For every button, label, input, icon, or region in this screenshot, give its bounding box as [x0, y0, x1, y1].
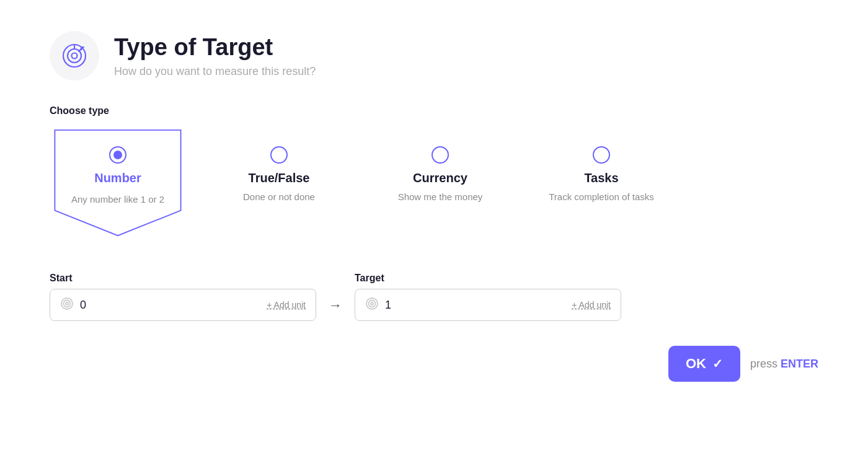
radio-truefalse — [270, 146, 288, 164]
type-desc-currency: Show me the money — [398, 190, 483, 203]
target-input-wrapper: + Add unit — [355, 289, 621, 321]
type-name-truefalse: True/False — [249, 171, 310, 185]
start-input-icon — [60, 297, 74, 313]
target-label: Target — [355, 273, 621, 284]
target-icon-circle — [50, 31, 99, 81]
start-add-unit[interactable]: + Add unit — [267, 300, 306, 310]
arrow-separator: → — [329, 297, 342, 314]
header-text: Type of Target How do you want to measur… — [114, 33, 316, 79]
type-option-tasks[interactable]: Tasks Track completion of tasks — [533, 129, 670, 203]
pentagon-card-content-number: Number Any number like 1 or 2 — [50, 129, 186, 237]
type-options: Number Any number like 1 or 2 True/False… — [50, 129, 818, 242]
ok-button[interactable]: OK ✓ — [668, 346, 740, 382]
svg-point-12 — [369, 301, 376, 307]
target-icon — [61, 42, 88, 69]
page-title: Type of Target — [114, 33, 316, 62]
target-input-icon — [365, 297, 379, 313]
header: Type of Target How do you want to measur… — [50, 31, 818, 81]
section-label: Choose type — [50, 105, 818, 116]
target-add-unit[interactable]: + Add unit — [572, 300, 611, 310]
type-desc-number: Any number like 1 or 2 — [71, 193, 164, 206]
start-input[interactable] — [80, 299, 260, 312]
radio-number — [109, 146, 126, 164]
press-enter-prefix: press — [750, 358, 781, 370]
target-input[interactable] — [385, 299, 565, 312]
ok-label: OK — [686, 356, 706, 372]
radio-currency — [432, 146, 449, 164]
press-enter-key: ENTER — [781, 358, 818, 370]
svg-point-13 — [371, 302, 373, 305]
target-field-group: Target + Add unit — [355, 273, 621, 321]
type-option-truefalse[interactable]: True/False Done or not done — [211, 129, 347, 203]
press-enter-text: press ENTER — [750, 358, 818, 371]
svg-point-2 — [72, 53, 78, 59]
type-name-currency: Currency — [413, 171, 467, 185]
radio-tasks — [593, 146, 610, 164]
start-field-group: Start + Add unit — [50, 273, 316, 321]
svg-point-10 — [66, 302, 68, 305]
type-option-number[interactable]: Number Any number like 1 or 2 — [50, 129, 186, 242]
type-name-tasks: Tasks — [584, 171, 618, 185]
pentagon-card-number: Number Any number like 1 or 2 — [50, 129, 186, 237]
page-subtitle: How do you want to measure this result? — [114, 65, 316, 78]
start-input-wrapper: + Add unit — [50, 289, 316, 321]
type-desc-tasks: Track completion of tasks — [549, 190, 654, 203]
fields-section: Start + Add unit → Target — [50, 273, 818, 321]
ok-checkmark: ✓ — [712, 356, 723, 371]
svg-point-9 — [64, 301, 71, 307]
type-desc-truefalse: Done or not done — [243, 190, 315, 203]
type-name-number: Number — [94, 171, 141, 185]
start-label: Start — [50, 273, 316, 284]
ok-section: OK ✓ press ENTER — [50, 346, 818, 382]
page-container: Type of Target How do you want to measur… — [50, 31, 818, 382]
type-option-currency[interactable]: Currency Show me the money — [372, 129, 508, 203]
